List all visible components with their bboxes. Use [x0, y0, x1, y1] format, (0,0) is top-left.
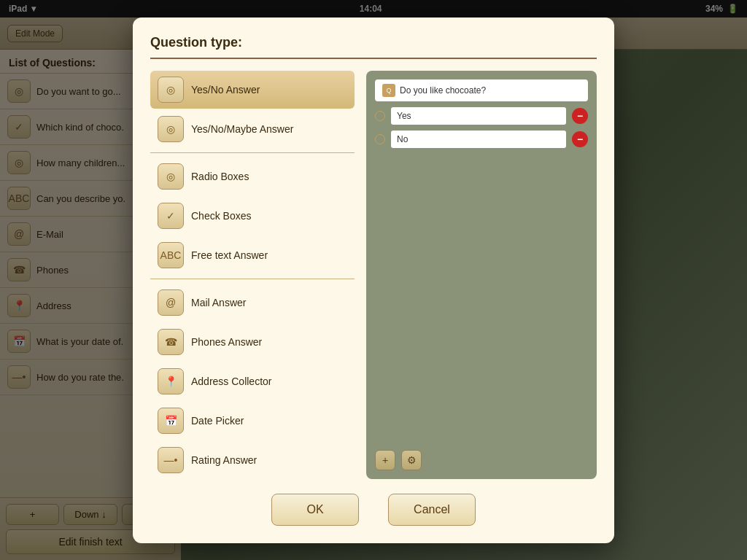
- question-types-list: ◎ Yes/No Answer ◎ Yes/No/Maybe Answer ◎ …: [150, 71, 355, 479]
- type-label: Radio Boxes: [191, 171, 249, 182]
- type-label: Free text Answer: [191, 249, 268, 261]
- question-type-dialog: Question type: ◎ Yes/No Answer ◎ Yes/No/…: [133, 18, 614, 543]
- type-icon: ◎: [158, 116, 184, 142]
- type-item-checkbox[interactable]: ✓ Check Boxes: [150, 197, 355, 235]
- type-item-radio[interactable]: ◎ Radio Boxes: [150, 158, 355, 195]
- type-icon: 📅: [158, 408, 184, 434]
- preview-settings-button[interactable]: ⚙: [401, 450, 422, 470]
- preview-answer-yes: Yes −: [375, 107, 588, 125]
- type-item-date[interactable]: 📅 Date Picker: [150, 402, 355, 440]
- preview-add-button[interactable]: +: [375, 450, 395, 470]
- dialog-body: ◎ Yes/No Answer ◎ Yes/No/Maybe Answer ◎ …: [150, 71, 597, 479]
- preview-answer-yes-bar: Yes: [391, 107, 566, 125]
- type-item-yes_no[interactable]: ◎ Yes/No Answer: [150, 71, 355, 109]
- type-label: Address Collector: [191, 376, 272, 387]
- preview-bottom-toolbar: + ⚙: [375, 450, 588, 470]
- type-icon: 📍: [158, 368, 184, 394]
- type-item-freetext[interactable]: ABC Free text Answer: [150, 236, 355, 274]
- type-icon: ◎: [158, 163, 184, 190]
- dialog-overlay: Question type: ◎ Yes/No Answer ◎ Yes/No/…: [0, 0, 747, 560]
- type-item-phones[interactable]: ☎ Phones Answer: [150, 323, 355, 361]
- type-icon: @: [158, 289, 184, 316]
- preview-q-icon: Q: [382, 84, 395, 97]
- type-divider: [150, 152, 355, 153]
- type-label: Yes/No/Maybe Answer: [191, 123, 293, 135]
- preview-radio-yes: [375, 111, 385, 121]
- type-icon: ABC: [158, 242, 184, 268]
- preview-answer-no: No −: [375, 131, 588, 148]
- type-divider: [150, 279, 355, 279]
- preview-radio-no: [375, 134, 385, 144]
- cancel-button[interactable]: Cancel: [388, 494, 476, 526]
- preview-panel: Q Do you like chocoate? Yes − No − + ⚙: [366, 71, 597, 479]
- dialog-buttons: OK Cancel: [150, 494, 597, 526]
- type-label: Yes/No Answer: [191, 84, 260, 96]
- type-item-rating[interactable]: —• Rating Answer: [150, 441, 355, 479]
- type-icon: —•: [158, 447, 184, 473]
- type-item-mail[interactable]: @ Mail Answer: [150, 284, 355, 322]
- preview-answer-no-bar: No: [391, 131, 566, 148]
- type-label: Phones Answer: [191, 336, 262, 348]
- type-label: Date Picker: [191, 415, 244, 427]
- type-item-address[interactable]: 📍 Address Collector: [150, 362, 355, 400]
- type-item-yes_no_maybe[interactable]: ◎ Yes/No/Maybe Answer: [150, 110, 355, 148]
- type-icon: ◎: [158, 77, 184, 103]
- preview-delete-yes[interactable]: −: [572, 108, 588, 124]
- type-label: Check Boxes: [191, 210, 251, 222]
- ok-button[interactable]: OK: [271, 494, 359, 526]
- type-icon: ☎: [158, 329, 184, 355]
- type-label: Mail Answer: [191, 297, 246, 308]
- preview-question-bar: Q Do you like chocoate?: [375, 79, 588, 101]
- preview-question-text: Do you like chocoate?: [400, 85, 486, 96]
- type-label: Rating Answer: [191, 454, 257, 466]
- dialog-title: Question type:: [150, 35, 597, 59]
- preview-delete-no[interactable]: −: [572, 131, 588, 147]
- type-icon: ✓: [158, 203, 184, 229]
